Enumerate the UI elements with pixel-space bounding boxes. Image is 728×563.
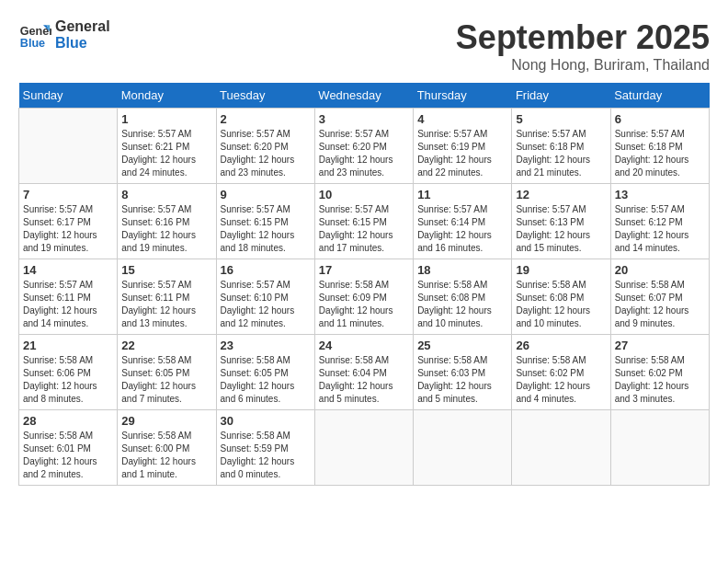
svg-text:Blue: Blue: [20, 37, 45, 50]
title-area: September 2025 Nong Hong, Buriram, Thail…: [456, 18, 710, 74]
day-info: Sunrise: 5:58 AM Sunset: 6:04 PM Dayligh…: [319, 354, 409, 406]
day-info: Sunrise: 5:58 AM Sunset: 6:05 PM Dayligh…: [121, 354, 211, 406]
day-number: 13: [615, 188, 705, 201]
logo: General Blue General Blue: [18, 18, 110, 52]
day-number: 2: [221, 112, 311, 126]
calendar-cell: 8Sunrise: 5:57 AM Sunset: 6:16 PM Daylig…: [118, 184, 216, 259]
calendar-cell: 20Sunrise: 5:58 AM Sunset: 6:07 PM Dayli…: [610, 259, 709, 335]
day-info: Sunrise: 5:57 AM Sunset: 6:15 PM Dayligh…: [221, 203, 311, 255]
month-title: September 2025: [456, 18, 710, 57]
calendar-cell: 28Sunrise: 5:58 AM Sunset: 6:01 PM Dayli…: [19, 410, 118, 486]
calendar-cell: 15Sunrise: 5:57 AM Sunset: 6:11 PM Dayli…: [118, 259, 216, 335]
day-number: 17: [319, 263, 409, 277]
day-number: 8: [121, 188, 211, 201]
day-number: 29: [121, 414, 211, 428]
day-number: 9: [221, 188, 311, 201]
calendar-cell: 7Sunrise: 5:57 AM Sunset: 6:17 PM Daylig…: [19, 184, 118, 259]
calendar-cell: 13Sunrise: 5:57 AM Sunset: 6:12 PM Dayli…: [610, 184, 709, 259]
day-number: 28: [23, 414, 113, 428]
day-number: 1: [121, 112, 211, 126]
day-info: Sunrise: 5:58 AM Sunset: 6:08 PM Dayligh…: [417, 279, 507, 330]
calendar-body: 1Sunrise: 5:57 AM Sunset: 6:21 PM Daylig…: [19, 109, 710, 486]
day-info: Sunrise: 5:58 AM Sunset: 6:02 PM Dayligh…: [516, 354, 606, 406]
day-info: Sunrise: 5:57 AM Sunset: 6:10 PM Dayligh…: [221, 279, 311, 330]
day-number: 3: [319, 112, 409, 126]
day-number: 27: [615, 339, 705, 352]
header-friday: Friday: [512, 83, 610, 109]
day-info: Sunrise: 5:58 AM Sunset: 6:00 PM Dayligh…: [121, 430, 211, 481]
day-info: Sunrise: 5:58 AM Sunset: 6:03 PM Dayligh…: [417, 354, 507, 406]
calendar-cell: 30Sunrise: 5:58 AM Sunset: 5:59 PM Dayli…: [216, 410, 314, 486]
day-info: Sunrise: 5:57 AM Sunset: 6:20 PM Dayligh…: [221, 128, 311, 179]
day-info: Sunrise: 5:57 AM Sunset: 6:11 PM Dayligh…: [121, 279, 211, 330]
calendar-cell: 5Sunrise: 5:57 AM Sunset: 6:18 PM Daylig…: [512, 109, 610, 184]
calendar-cell: 29Sunrise: 5:58 AM Sunset: 6:00 PM Dayli…: [118, 410, 216, 486]
calendar-cell: 22Sunrise: 5:58 AM Sunset: 6:05 PM Dayli…: [118, 335, 216, 410]
location-subtitle: Nong Hong, Buriram, Thailand: [456, 57, 710, 74]
day-info: Sunrise: 5:58 AM Sunset: 6:05 PM Dayligh…: [221, 354, 311, 406]
day-number: 5: [516, 112, 606, 126]
calendar-cell: 9Sunrise: 5:57 AM Sunset: 6:15 PM Daylig…: [216, 184, 314, 259]
calendar-cell: 19Sunrise: 5:58 AM Sunset: 6:08 PM Dayli…: [512, 259, 610, 335]
day-info: Sunrise: 5:58 AM Sunset: 6:09 PM Dayligh…: [319, 279, 409, 330]
day-info: Sunrise: 5:58 AM Sunset: 6:01 PM Dayligh…: [23, 430, 113, 481]
day-number: 26: [516, 339, 606, 352]
day-number: 6: [615, 112, 705, 126]
day-number: 21: [23, 339, 113, 352]
logo-icon: General Blue: [18, 18, 51, 52]
day-number: 15: [121, 263, 211, 277]
calendar-table: SundayMondayTuesdayWednesdayThursdayFrid…: [18, 83, 710, 486]
calendar-cell: 4Sunrise: 5:57 AM Sunset: 6:19 PM Daylig…: [414, 109, 512, 184]
calendar-cell: 12Sunrise: 5:57 AM Sunset: 6:13 PM Dayli…: [512, 184, 610, 259]
calendar-cell: 18Sunrise: 5:58 AM Sunset: 6:08 PM Dayli…: [414, 259, 512, 335]
day-info: Sunrise: 5:57 AM Sunset: 6:15 PM Dayligh…: [319, 203, 409, 255]
day-info: Sunrise: 5:57 AM Sunset: 6:21 PM Dayligh…: [121, 128, 211, 179]
header-sunday: Sunday: [19, 83, 118, 109]
logo-general: General: [55, 18, 110, 35]
calendar-cell: 17Sunrise: 5:58 AM Sunset: 6:09 PM Dayli…: [314, 259, 413, 335]
day-number: 20: [615, 263, 705, 277]
day-info: Sunrise: 5:58 AM Sunset: 6:02 PM Dayligh…: [615, 354, 705, 406]
calendar-header: SundayMondayTuesdayWednesdayThursdayFrid…: [19, 83, 710, 109]
week-row-1: 7Sunrise: 5:57 AM Sunset: 6:17 PM Daylig…: [19, 184, 710, 259]
calendar-cell: 21Sunrise: 5:58 AM Sunset: 6:06 PM Dayli…: [19, 335, 118, 410]
day-number: 18: [417, 263, 507, 277]
header-wednesday: Wednesday: [314, 83, 413, 109]
logo-blue: Blue: [55, 35, 110, 52]
header-tuesday: Tuesday: [216, 83, 314, 109]
calendar-cell: 2Sunrise: 5:57 AM Sunset: 6:20 PM Daylig…: [216, 109, 314, 184]
calendar-cell: 3Sunrise: 5:57 AM Sunset: 6:20 PM Daylig…: [314, 109, 413, 184]
calendar-cell: 27Sunrise: 5:58 AM Sunset: 6:02 PM Dayli…: [610, 335, 709, 410]
calendar-cell: 10Sunrise: 5:57 AM Sunset: 6:15 PM Dayli…: [314, 184, 413, 259]
day-number: 7: [23, 188, 113, 201]
calendar-cell: 23Sunrise: 5:58 AM Sunset: 6:05 PM Dayli…: [216, 335, 314, 410]
day-info: Sunrise: 5:58 AM Sunset: 6:06 PM Dayligh…: [23, 354, 113, 406]
day-number: 16: [221, 263, 311, 277]
calendar-cell: 6Sunrise: 5:57 AM Sunset: 6:18 PM Daylig…: [610, 109, 709, 184]
header-thursday: Thursday: [414, 83, 512, 109]
day-number: 12: [516, 188, 606, 201]
header-saturday: Saturday: [610, 83, 709, 109]
calendar-cell: [610, 410, 709, 486]
day-info: Sunrise: 5:57 AM Sunset: 6:13 PM Dayligh…: [516, 203, 606, 255]
calendar-cell: 11Sunrise: 5:57 AM Sunset: 6:14 PM Dayli…: [414, 184, 512, 259]
day-info: Sunrise: 5:57 AM Sunset: 6:12 PM Dayligh…: [615, 203, 705, 255]
day-number: 10: [319, 188, 409, 201]
page-header: General Blue General Blue September 2025…: [18, 18, 710, 74]
calendar-cell: [512, 410, 610, 486]
day-number: 4: [417, 112, 507, 126]
calendar-cell: 24Sunrise: 5:58 AM Sunset: 6:04 PM Dayli…: [314, 335, 413, 410]
calendar-cell: 14Sunrise: 5:57 AM Sunset: 6:11 PM Dayli…: [19, 259, 118, 335]
header-monday: Monday: [118, 83, 216, 109]
week-row-4: 28Sunrise: 5:58 AM Sunset: 6:01 PM Dayli…: [19, 410, 710, 486]
calendar-cell: 16Sunrise: 5:57 AM Sunset: 6:10 PM Dayli…: [216, 259, 314, 335]
day-number: 22: [121, 339, 211, 352]
day-info: Sunrise: 5:57 AM Sunset: 6:18 PM Dayligh…: [516, 128, 606, 179]
day-info: Sunrise: 5:58 AM Sunset: 6:08 PM Dayligh…: [516, 279, 606, 330]
day-number: 14: [23, 263, 113, 277]
calendar-cell: [314, 410, 413, 486]
day-info: Sunrise: 5:58 AM Sunset: 6:07 PM Dayligh…: [615, 279, 705, 330]
day-info: Sunrise: 5:57 AM Sunset: 6:20 PM Dayligh…: [319, 128, 409, 179]
day-number: 24: [319, 339, 409, 352]
day-info: Sunrise: 5:57 AM Sunset: 6:14 PM Dayligh…: [417, 203, 507, 255]
